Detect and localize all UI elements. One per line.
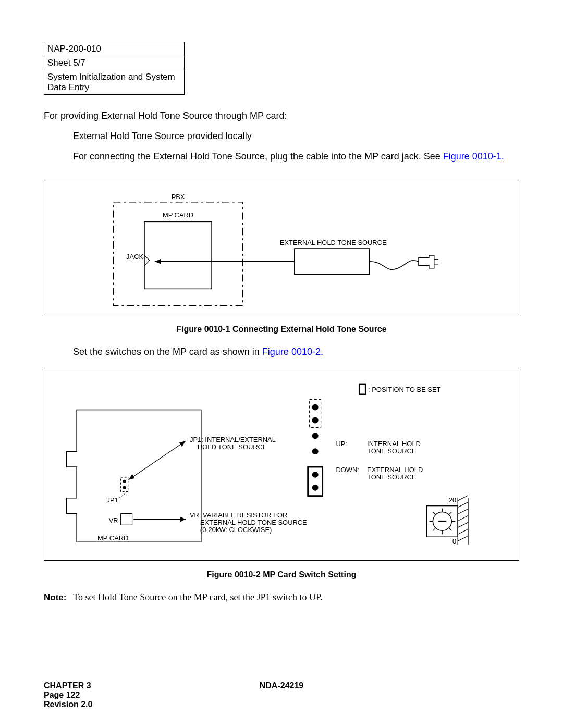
label-ext-source: EXTERNAL HOLD TONE SOURCE bbox=[280, 239, 387, 246]
svg-line-13 bbox=[129, 441, 186, 480]
svg-point-23 bbox=[312, 448, 319, 454]
label-jp1: JP1 bbox=[106, 496, 118, 504]
page-footer: CHAPTER 3 Page 122 Revision 2.0 NDA-2421… bbox=[44, 681, 519, 709]
svg-line-42 bbox=[458, 515, 468, 521]
paragraph-set-switches: Set the switches on the MP card as shown… bbox=[73, 347, 519, 357]
label-vr-desc-1: VR: VARIABLE RESISTOR FOR bbox=[190, 511, 287, 519]
label-up: UP: bbox=[336, 440, 347, 448]
label-jp1-desc-2: HOLD TONE SOURCE bbox=[198, 443, 267, 451]
paragraph-intro: For providing External Hold Tone Source … bbox=[44, 110, 519, 121]
svg-point-20 bbox=[312, 404, 319, 411]
paragraph-connect-text: For connecting the External Hold Tone So… bbox=[73, 151, 443, 162]
svg-rect-19 bbox=[308, 467, 323, 496]
svg-marker-4 bbox=[155, 259, 161, 264]
svg-point-21 bbox=[312, 417, 319, 423]
label-jp1-desc-1: JP1: INTERNAL/EXTERNAL bbox=[190, 436, 276, 443]
info-table: NAP-200-010 Sheet 5/7 System Initializat… bbox=[44, 42, 185, 95]
svg-rect-7 bbox=[359, 384, 365, 394]
svg-marker-15 bbox=[179, 441, 186, 447]
label-down-desc-2: TONE SOURCE bbox=[367, 473, 417, 481]
label-twenty: 20 bbox=[449, 496, 456, 504]
figure-0010-2-caption: Figure 0010-2 MP Card Switch Setting bbox=[44, 570, 519, 579]
figure-0010-2-link[interactable]: Figure 0010-2. bbox=[262, 347, 323, 357]
svg-marker-17 bbox=[180, 516, 186, 522]
label-vr-desc-3: (0-20kW: CLOCKWISE) bbox=[200, 526, 272, 534]
label-up-desc-2: TONE SOURCE bbox=[367, 447, 417, 455]
note-label: Note: bbox=[44, 593, 66, 602]
paragraph-connect: For connecting the External Hold Tone So… bbox=[73, 151, 519, 162]
info-row-nap: NAP-200-010 bbox=[44, 42, 184, 56]
label-zero: 0 bbox=[452, 537, 456, 545]
label-jack: JACK bbox=[126, 253, 143, 261]
svg-rect-12 bbox=[121, 513, 132, 525]
figure-0010-1: PBX MP CARD JACK EXTERNAL HOLD TONE SOUR… bbox=[44, 180, 519, 315]
svg-point-25 bbox=[312, 485, 319, 491]
svg-line-32 bbox=[433, 512, 435, 515]
footer-page: Page 122 bbox=[44, 690, 519, 700]
svg-line-11 bbox=[119, 493, 126, 498]
figure-0010-1-link[interactable]: Figure 0010-1. bbox=[443, 151, 504, 162]
svg-point-9 bbox=[123, 480, 126, 483]
label-vr-desc-2: EXTERNAL HOLD TONE SOURCE bbox=[200, 519, 307, 526]
figure-0010-1-caption: Figure 0010-1 Connecting External Hold T… bbox=[44, 325, 519, 334]
note-row: Note: To set Hold Tone Source on the MP … bbox=[44, 592, 519, 603]
info-row-sheet: Sheet 5/7 bbox=[44, 56, 184, 70]
svg-rect-8 bbox=[121, 477, 128, 492]
label-up-desc-1: INTERNAL HOLD bbox=[367, 440, 421, 448]
svg-line-44 bbox=[458, 529, 468, 534]
svg-line-43 bbox=[458, 522, 468, 527]
svg-line-40 bbox=[458, 502, 468, 508]
svg-rect-1 bbox=[144, 221, 212, 289]
svg-line-35 bbox=[449, 528, 451, 530]
label-pbx: PBX bbox=[172, 193, 185, 201]
svg-point-22 bbox=[312, 433, 319, 439]
paragraph-local: External Hold Tone Source provided local… bbox=[73, 131, 519, 142]
paragraph-set-text: Set the switches on the MP card as shown… bbox=[73, 347, 262, 357]
label-legend: : POSITION TO BE SET bbox=[368, 386, 440, 393]
label-vr: VR bbox=[109, 516, 118, 524]
svg-point-24 bbox=[312, 472, 319, 478]
footer-revision: Revision 2.0 bbox=[44, 700, 519, 709]
svg-line-41 bbox=[458, 509, 468, 514]
label-mp-card-2: MP CARD bbox=[97, 534, 128, 542]
svg-marker-14 bbox=[129, 474, 135, 480]
svg-point-10 bbox=[123, 486, 126, 489]
figure-0010-2: : POSITION TO BE SET MP CARD JP1 VR JP1:… bbox=[44, 368, 519, 561]
svg-line-39 bbox=[458, 496, 468, 501]
info-row-title: System Initialization and System Data En… bbox=[44, 70, 184, 94]
svg-line-34 bbox=[433, 528, 435, 530]
label-mp-card: MP CARD bbox=[163, 211, 193, 219]
label-down-desc-1: EXTERNAL HOLD bbox=[367, 466, 423, 474]
svg-line-45 bbox=[458, 536, 468, 541]
svg-rect-2 bbox=[295, 249, 370, 275]
footer-doc-id: NDA-24219 bbox=[260, 681, 303, 690]
svg-line-33 bbox=[449, 512, 451, 515]
label-down: DOWN: bbox=[336, 466, 359, 474]
note-text: To set Hold Tone Source on the MP card, … bbox=[73, 592, 322, 602]
